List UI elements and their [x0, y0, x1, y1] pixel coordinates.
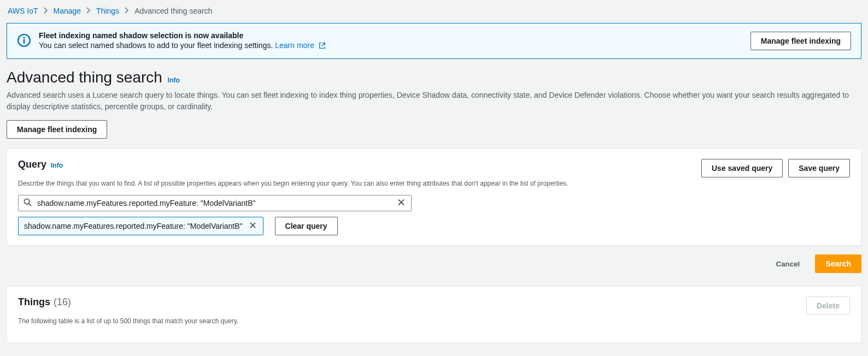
query-token: shadow.name.myFeatures.reported.myFeatur… — [18, 217, 263, 235]
close-icon — [249, 222, 256, 230]
query-panel-description: Describe the things that you want to fin… — [18, 180, 850, 187]
clear-input-button[interactable] — [395, 197, 407, 210]
save-query-button[interactable]: Save query — [788, 159, 850, 177]
chevron-right-icon — [86, 7, 91, 15]
external-link-icon — [319, 42, 326, 51]
breadcrumb-current: Advanced thing search — [134, 7, 212, 15]
query-panel-title: Query — [18, 159, 46, 170]
manage-fleet-indexing-button-banner[interactable]: Manage fleet indexing — [750, 32, 851, 50]
things-panel-title: Things — [18, 296, 50, 308]
svg-rect-2 — [24, 39, 25, 43]
things-panel-description: The following table is a list of up to 5… — [18, 317, 850, 325]
learn-more-link[interactable]: Learn more — [275, 41, 325, 50]
info-banner: Fleet indexing named shadow selection is… — [7, 23, 861, 59]
things-panel: Things (16) Delete The following table i… — [7, 286, 861, 343]
banner-body: You can select named shadows to add to y… — [39, 41, 743, 51]
clear-query-button[interactable]: Clear query — [275, 217, 338, 235]
search-button[interactable]: Search — [815, 254, 861, 273]
query-search-input[interactable] — [18, 195, 412, 211]
query-info-link[interactable]: Info — [51, 162, 63, 169]
info-icon — [17, 33, 31, 49]
things-count: (16) — [54, 296, 71, 308]
breadcrumb-link-aws-iot[interactable]: AWS IoT — [8, 7, 38, 15]
page-description: Advanced search uses a Lucene search que… — [7, 90, 861, 112]
banner-title: Fleet indexing named shadow selection is… — [39, 31, 743, 40]
breadcrumb-link-manage[interactable]: Manage — [54, 7, 81, 15]
query-token-text: shadow.name.myFeatures.reported.myFeatur… — [24, 222, 243, 230]
delete-button[interactable]: Delete — [806, 296, 850, 315]
divider — [269, 218, 269, 234]
page-title: Advanced thing search — [7, 69, 162, 86]
search-icon — [24, 198, 32, 208]
breadcrumb: AWS IoT Manage Things Advanced thing sea… — [7, 7, 861, 15]
svg-point-3 — [24, 199, 29, 204]
remove-token-button[interactable] — [248, 221, 257, 232]
svg-line-4 — [29, 204, 31, 206]
svg-point-1 — [23, 37, 25, 38]
manage-fleet-indexing-button[interactable]: Manage fleet indexing — [7, 120, 107, 139]
close-icon — [397, 200, 405, 208]
page-info-link[interactable]: Info — [168, 76, 180, 84]
breadcrumb-link-things[interactable]: Things — [96, 7, 119, 15]
cancel-button[interactable]: Cancel — [766, 257, 810, 271]
query-panel: Query Info Use saved query Save query De… — [7, 149, 861, 246]
chevron-right-icon — [44, 7, 48, 15]
action-row: Cancel Search — [7, 254, 861, 273]
chevron-right-icon — [125, 7, 129, 15]
use-saved-query-button[interactable]: Use saved query — [701, 159, 783, 177]
